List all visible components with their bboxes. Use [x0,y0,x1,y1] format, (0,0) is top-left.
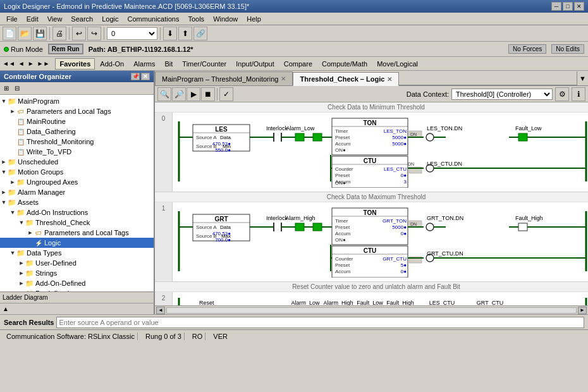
svg-text:LES_TON.DN: LES_TON.DN [427,125,462,132]
svg-text:Source A: Source A [196,135,217,140]
context-info-button[interactable]: ℹ [572,87,585,101]
expand-all-button[interactable]: ⊞ [1,83,11,94]
tree-toggle [9,118,16,125]
zoom-out-button[interactable]: 🔎 [172,87,186,101]
redo-button[interactable]: ↪ [87,27,101,40]
tree-toggle[interactable]: ▼ [9,249,16,257]
tree-toggle[interactable]: ▼ [0,168,8,176]
collapse-all-button[interactable]: ⊟ [12,83,22,94]
tree-container[interactable]: ▼📁MainProgram►🏷Parameters and Local Tags… [0,95,154,291]
fav-compute-math[interactable]: Compute/Math [317,58,372,70]
maximize-button[interactable]: □ [563,2,573,11]
tree-item-params-local[interactable]: ►🏷Parameters and Local Tags [0,228,154,238]
tree-item-assets[interactable]: ▼📁Assets [0,197,154,207]
rung-1: Check Data to Maximum Threshold 1 [155,192,588,282]
upload-button[interactable]: ⬆ [178,27,192,40]
controller-combo[interactable]: 0 [107,27,157,40]
menu-item-view[interactable]: View [44,14,66,24]
context-settings-button[interactable]: ⚙ [555,87,569,101]
close-button[interactable]: ✕ [574,2,584,11]
tab-mainprogram[interactable]: MainProgram – Threshold_Monitoring ✕ [155,71,293,85]
svg-text:GRT_CTU: GRT_CTU [383,256,407,262]
print-button[interactable]: 🖨 [52,27,66,40]
tab-close[interactable]: ✕ [281,75,286,82]
undo-button[interactable]: ↩ [72,27,86,40]
tree-item-motiongroups[interactable]: ▼📁Motion Groups [0,167,154,177]
tree-icon-folder: 📁 [8,168,16,176]
tree-icon-routine: 📋 [16,137,25,146]
tree-toggle[interactable]: ► [27,229,34,236]
fav-alarms[interactable]: Alarms [129,58,159,70]
tree-item-addon-inst[interactable]: ▼📁Add-On Instructions [0,207,154,217]
tree-toggle[interactable]: ► [0,158,8,166]
tree-item-strings[interactable]: ►📁Strings [0,268,154,278]
menu-item-logic[interactable]: Logic [98,14,122,24]
h-scrollbar[interactable]: ◄ ► [155,305,588,314]
verify-button[interactable]: ✓ [219,87,233,101]
scroll-right-button[interactable]: ► [578,307,587,314]
fav-compare[interactable]: Compare [279,58,317,70]
tree-item-unscheduled[interactable]: ►📁Unscheduled [0,157,154,167]
ladder-area[interactable]: Check Data to Minimum Threshold 0 [155,102,588,305]
scroll-thumb[interactable] [166,307,577,314]
tree-toggle[interactable]: ▼ [0,199,8,206]
menu-item-edit[interactable]: Edit [23,14,42,24]
tree-toggle[interactable]: ▼ [0,97,8,105]
tree-item-writetovfd[interactable]: 📋Write_To_VFD [0,147,154,157]
menu-item-tools[interactable]: Tools [184,14,208,24]
panel-pin-button[interactable]: 📌 [131,73,140,80]
download-button[interactable]: ⬇ [163,27,177,40]
tab-threshold-check[interactable]: Threshold_Check – Logic ✕ [293,72,399,86]
tree-toggle[interactable]: ► [18,279,25,287]
data-context-combo[interactable]: Threshold[0] (Controller) [451,89,553,100]
tab-bar: MainProgram – Threshold_Monitoring ✕ Thr… [155,71,588,86]
svg-text:Data: Data [220,135,231,140]
tree-toggle[interactable]: ▼ [18,219,25,226]
menu-item-window[interactable]: Window [209,14,242,24]
tree-item-mainprogram[interactable]: ▼📁MainProgram [0,96,154,106]
stop-button[interactable]: ⏹ [201,87,215,101]
new-button[interactable]: 📄 [3,27,16,40]
menu-item-communications[interactable]: Communications [124,14,183,24]
zoom-in-button[interactable]: 🔍 [157,87,171,101]
menu-item-help[interactable]: Help [243,14,265,24]
tree-toggle[interactable]: ► [9,178,16,186]
tree-item-threshold-check[interactable]: ▼📁Threshold_Check [0,217,154,228]
rem-run-button[interactable]: Rem Run [48,44,83,54]
menu-item-file[interactable]: File [3,14,21,24]
fav-timer-counter[interactable]: Timer/Counter [178,58,231,70]
tree-item-threshold[interactable]: 📋Threshold_Monitoring [0,137,154,147]
tab-arrow[interactable]: ▼ [577,71,588,85]
fav-favorites[interactable]: Favorites [55,58,95,70]
app-title: Logix Designer - Edmond in Predictive Ma… [4,3,249,10]
save-button[interactable]: 💾 [33,27,47,40]
tree-toggle[interactable]: ► [18,259,25,267]
fav-bit[interactable]: Bit [160,58,177,70]
tree-toggle[interactable]: ► [9,107,16,115]
tab-close-active[interactable]: ✕ [387,76,392,83]
tree-toggle[interactable]: ► [18,269,25,277]
tree-item-addon-defined[interactable]: ►📁Add-On-Defined [0,278,154,288]
tree-item-mainroutine[interactable]: 📋MainRoutine [0,116,154,126]
panel-close-button[interactable]: ✕ [141,73,150,80]
minimize-button[interactable]: ─ [551,2,561,11]
open-button[interactable]: 📂 [18,27,32,40]
tree-toggle[interactable]: ▼ [9,209,16,216]
menu-item-search[interactable]: Search [67,14,97,24]
fav-addon[interactable]: Add-On [95,58,128,70]
tree-item-params-tags[interactable]: ►🏷Parameters and Local Tags [0,106,154,116]
tree-item-ungrouped[interactable]: ►📁Ungrouped Axes [0,177,154,187]
tree-item-logic[interactable]: ⚡Logic [0,238,154,248]
fav-input-output[interactable]: Input/Output [231,58,279,70]
tree-item-datatypes[interactable]: ▼📁Data Types [0,248,154,258]
tree-toggle[interactable]: ► [0,188,8,196]
fav-move-logical[interactable]: Move/Logical [372,58,422,70]
tree-label: Motion Groups [18,168,63,176]
tree-item-user-defined[interactable]: ►📁User-Defined [0,258,154,268]
tree-item-datagathering[interactable]: 📋Data_Gathering [0,126,154,137]
scroll-left-button[interactable]: ◄ [156,307,165,314]
search-input[interactable] [56,317,584,328]
tree-item-alarmmgr[interactable]: ►📁Alarm Manager [0,187,154,197]
go-online-button[interactable]: 🔗 [193,27,207,40]
run-button[interactable]: ▶ [187,87,200,101]
